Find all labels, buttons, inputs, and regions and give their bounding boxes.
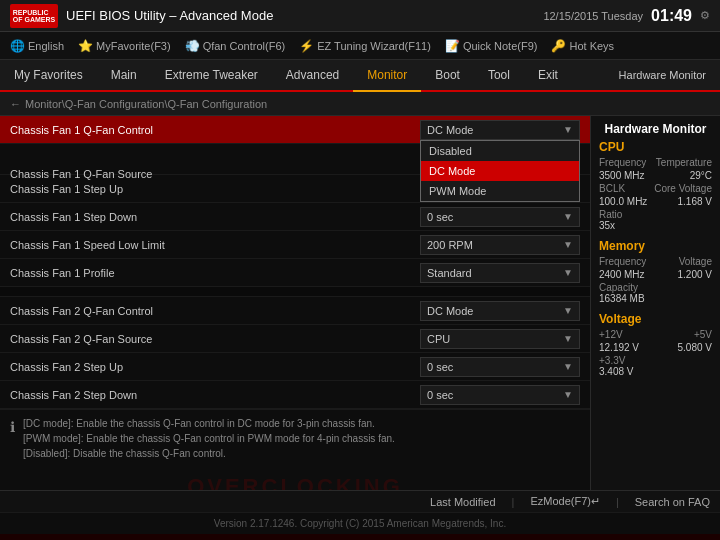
hot-keys-btn[interactable]: 🔑 Hot Keys — [551, 39, 614, 53]
hw-v12-row: +12V +5V — [599, 329, 712, 340]
hw-cpu-freq-row: Frequency Temperature — [599, 157, 712, 168]
nav-main[interactable]: Main — [97, 60, 151, 90]
chassis-fan2-step-up-row[interactable]: Chassis Fan 2 Step Up 0 sec ▼ — [0, 353, 590, 381]
hw-cpu-temp-label: Temperature — [656, 157, 712, 168]
info-line-2: [PWM mode]: Enable the chassis Q-Fan con… — [23, 431, 395, 446]
note-icon: 📝 — [445, 39, 460, 53]
hw-v5-label: +5V — [694, 329, 712, 340]
chassis-fan1-qfan-control-value[interactable]: DC Mode ▼ — [420, 120, 580, 140]
hw-mem-freq-value: 2400 MHz — [599, 269, 645, 280]
chassis-fan2-step-up-value[interactable]: 0 sec ▼ — [420, 357, 580, 377]
chassis-fan2-qfan-source-label: Chassis Fan 2 Q-Fan Source — [10, 333, 420, 345]
language-selector[interactable]: 🌐 English — [10, 39, 64, 53]
chassis-fan2-qfan-control-value[interactable]: DC Mode ▼ — [420, 301, 580, 321]
chassis-fan1-step-down-value[interactable]: 0 sec ▼ — [420, 207, 580, 227]
chassis-fan1-profile-row[interactable]: Chassis Fan 1 Profile Standard ▼ — [0, 259, 590, 287]
section-gap-1 — [0, 287, 590, 297]
hw-v5-value: 5.080 V — [678, 342, 712, 353]
globe-icon: 🌐 — [10, 39, 25, 53]
top-bar: REPUBLICOF GAMERS UEFI BIOS Utility – Ad… — [0, 0, 720, 32]
chassis-fan1-speed-low-limit-row[interactable]: Chassis Fan 1 Speed Low Limit 200 RPM ▼ — [0, 231, 590, 259]
left-panel: Chassis Fan 1 Q-Fan Control DC Mode ▼ Di… — [0, 116, 590, 490]
option-pwm-mode[interactable]: PWM Mode — [421, 181, 579, 201]
hw-cpu-temp-value: 29°C — [690, 170, 712, 181]
hw-mem-freq-row: Frequency Voltage — [599, 256, 712, 267]
my-favorite-btn[interactable]: ⭐ MyFavorite(F3) — [78, 39, 171, 53]
hw-cpu-freq-value: 3500 MHz — [599, 170, 645, 181]
hw-capacity-value: 16384 MB — [599, 293, 712, 304]
star-icon: ⭐ — [78, 39, 93, 53]
clock: 01:49 — [651, 7, 692, 25]
bios-title: UEFI BIOS Utility – Advanced Mode — [66, 8, 535, 23]
rog-logo: REPUBLICOF GAMERS — [10, 4, 58, 28]
nav-extreme-tweaker[interactable]: Extreme Tweaker — [151, 60, 272, 90]
info-line-1: [DC mode]: Enable the chassis Q-Fan cont… — [23, 416, 395, 431]
hw-cpu-section: CPU Frequency Temperature 3500 MHz 29°C … — [599, 140, 712, 231]
hw-bclk-value: 100.0 MHz — [599, 196, 647, 207]
quick-note-btn[interactable]: 📝 Quick Note(F9) — [445, 39, 538, 53]
ez-tuning-label: EZ Tuning Wizard(F11) — [317, 40, 431, 52]
chevron-down-icon: ▼ — [563, 239, 573, 250]
nav-boot[interactable]: Boot — [421, 60, 474, 90]
chassis-fan1-speed-low-limit-value[interactable]: 200 RPM ▼ — [420, 235, 580, 255]
chevron-down-icon: ▼ — [563, 211, 573, 222]
nav-advanced[interactable]: Advanced — [272, 60, 353, 90]
chassis-fan1-step-down-label: Chassis Fan 1 Step Down — [10, 211, 420, 223]
info-line-3: [Disabled]: Disable the chassis Q-Fan co… — [23, 446, 395, 461]
main-layout: Chassis Fan 1 Q-Fan Control DC Mode ▼ Di… — [0, 116, 720, 490]
last-modified-btn[interactable]: Last Modified — [430, 496, 495, 508]
hw-capacity-label: Capacity — [599, 282, 712, 293]
chassis-fan1-qfan-control-row[interactable]: Chassis Fan 1 Q-Fan Control DC Mode ▼ Di… — [0, 116, 590, 144]
option-disabled[interactable]: Disabled — [421, 141, 579, 161]
hw-v12-val-row: 12.192 V 5.080 V — [599, 342, 712, 353]
chassis-fan1-profile-label: Chassis Fan 1 Profile — [10, 267, 420, 279]
chassis-fan2-qfan-source-value[interactable]: CPU ▼ — [420, 329, 580, 349]
language-label: English — [28, 40, 64, 52]
nav-my-favorites[interactable]: My Favorites — [0, 60, 97, 90]
settings-gear-icon[interactable]: ⚙ — [700, 9, 710, 22]
hw-cpu-freq-val-row: 3500 MHz 29°C — [599, 170, 712, 181]
watermark-area: OVERCLOCKING — [0, 467, 590, 490]
search-faq-btn[interactable]: Search on FAQ — [635, 496, 710, 508]
hw-voltage-title: Voltage — [599, 312, 712, 326]
info-text: [DC mode]: Enable the chassis Q-Fan cont… — [23, 416, 395, 461]
nav-monitor[interactable]: Monitor — [353, 60, 421, 92]
hw-monitor-nav-label: Hardware Monitor — [605, 60, 720, 90]
hw-cpu-title: CPU — [599, 140, 712, 154]
chevron-down-icon: ▼ — [563, 361, 573, 372]
option-dc-mode[interactable]: DC Mode — [421, 161, 579, 181]
ez-mode-btn[interactable]: EzMode(F7)↵ — [530, 495, 600, 508]
chassis-fan1-qfan-control-label: Chassis Fan 1 Q-Fan Control — [10, 124, 420, 136]
separator-2: | — [616, 496, 619, 508]
chassis-fan2-qfan-source-row[interactable]: Chassis Fan 2 Q-Fan Source CPU ▼ — [0, 325, 590, 353]
hw-mem-volt-label: Voltage — [679, 256, 712, 267]
my-favorite-label: MyFavorite(F3) — [96, 40, 171, 52]
back-arrow-icon[interactable]: ← — [10, 98, 21, 110]
quick-note-label: Quick Note(F9) — [463, 40, 538, 52]
qfan-label: Qfan Control(F6) — [203, 40, 286, 52]
nav-exit[interactable]: Exit — [524, 60, 572, 90]
chassis-fan1-profile-value[interactable]: Standard ▼ — [420, 263, 580, 283]
hw-bclk-label: BCLK — [599, 183, 625, 194]
ez-tuning-btn[interactable]: ⚡ EZ Tuning Wizard(F11) — [299, 39, 431, 53]
watermark-text: OVERCLOCKING — [187, 474, 403, 490]
chevron-down-icon: ▼ — [563, 333, 573, 344]
footer: Version 2.17.1246. Copyright (C) 2015 Am… — [0, 512, 720, 534]
hw-voltage-section: Voltage +12V +5V 12.192 V 5.080 V +3.3V … — [599, 312, 712, 377]
chassis-fan2-step-down-value[interactable]: 0 sec ▼ — [420, 385, 580, 405]
hw-core-v-value: 1.168 V — [678, 196, 712, 207]
chassis-fan2-qfan-control-label: Chassis Fan 2 Q-Fan Control — [10, 305, 420, 317]
info-icon: ℹ — [10, 417, 15, 438]
chassis-fan2-step-down-row[interactable]: Chassis Fan 2 Step Down 0 sec ▼ — [0, 381, 590, 409]
hw-monitor-title: Hardware Monitor — [599, 122, 712, 136]
right-panel: Hardware Monitor CPU Frequency Temperatu… — [590, 116, 720, 490]
nav-tool[interactable]: Tool — [474, 60, 524, 90]
hw-v33-label: +3.3V — [599, 355, 712, 366]
hw-mem-freq-label: Frequency — [599, 256, 646, 267]
qfan-btn[interactable]: 💨 Qfan Control(F6) — [185, 39, 286, 53]
chassis-fan2-qfan-control-row[interactable]: Chassis Fan 2 Q-Fan Control DC Mode ▼ — [0, 297, 590, 325]
hw-mem-freq-val-row: 2400 MHz 1.200 V — [599, 269, 712, 280]
chassis-fan1-step-down-row[interactable]: Chassis Fan 1 Step Down 0 sec ▼ — [0, 203, 590, 231]
hw-memory-title: Memory — [599, 239, 712, 253]
datetime: 12/15/2015 Tuesday — [543, 10, 643, 22]
